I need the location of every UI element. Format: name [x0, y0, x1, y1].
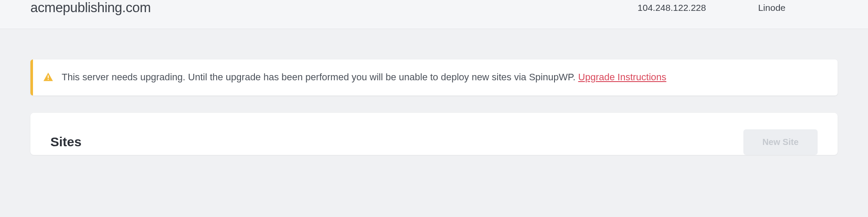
ip-address: 104.248.122.228 [637, 3, 706, 13]
sites-title: Sites [50, 135, 82, 149]
alert-warning: This server needs upgrading. Until the u… [30, 59, 838, 95]
warning-icon [43, 72, 54, 83]
header-left: acmepublishing.com [30, 0, 151, 16]
svg-rect-0 [48, 76, 49, 79]
upgrade-instructions-link[interactable]: Upgrade Instructions [578, 72, 667, 82]
sites-card: Sites New Site [30, 113, 838, 155]
server-header: acmepublishing.com 104.248.122.228 Linod… [0, 0, 868, 29]
new-site-button[interactable]: New Site [743, 129, 818, 155]
alert-message: This server needs upgrading. Until the u… [62, 72, 578, 82]
alert-text: This server needs upgrading. Until the u… [62, 71, 667, 84]
content-area: This server needs upgrading. Until the u… [0, 29, 868, 155]
svg-rect-1 [48, 79, 49, 80]
header-right: 104.248.122.228 Linode [637, 0, 838, 13]
provider: Linode [758, 3, 785, 13]
server-name: acmepublishing.com [30, 0, 151, 16]
